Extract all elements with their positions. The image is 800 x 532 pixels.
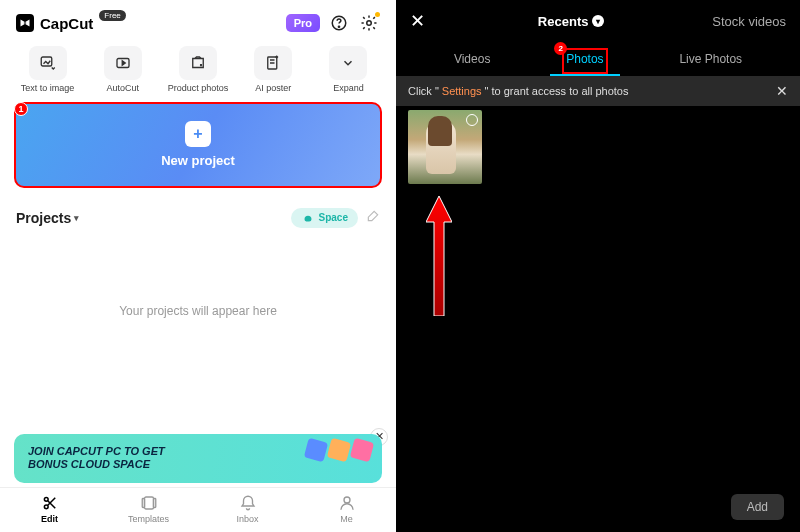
app-name-text: CapCut bbox=[40, 15, 93, 32]
permission-strip[interactable]: Click " Settings " to grant access to al… bbox=[396, 76, 800, 106]
settings-icon[interactable] bbox=[358, 12, 380, 34]
nav-inbox[interactable]: Inbox bbox=[198, 488, 297, 532]
stock-videos-link[interactable]: Stock videos bbox=[712, 14, 786, 29]
caret-down-icon: ▾ bbox=[74, 213, 79, 223]
space-button[interactable]: Space bbox=[291, 208, 358, 228]
nav-edit[interactable]: Edit bbox=[0, 488, 99, 532]
tool-expand[interactable]: Expand bbox=[315, 46, 382, 94]
notification-dot bbox=[375, 12, 380, 17]
tab-photos[interactable]: 2 Photos bbox=[560, 46, 609, 76]
close-icon[interactable]: ✕ bbox=[410, 10, 430, 32]
tool-text-to-image[interactable]: Text to image bbox=[14, 46, 81, 94]
svg-point-7 bbox=[44, 505, 48, 509]
new-project-button[interactable]: 1 + New project bbox=[14, 102, 382, 188]
new-project-wrap: 1 + New project bbox=[0, 100, 396, 198]
free-badge: Free bbox=[99, 10, 125, 21]
tool-product-photos[interactable]: Product photos bbox=[164, 46, 231, 94]
svg-rect-9 bbox=[142, 499, 144, 508]
bottom-nav: Edit Templates Inbox Me bbox=[0, 487, 396, 532]
album-selector[interactable]: Recents ▾ bbox=[538, 14, 605, 29]
callout-badge-1: 1 bbox=[14, 102, 28, 116]
projects-empty-state: Your projects will appear here bbox=[0, 232, 396, 434]
chevron-down-icon bbox=[329, 46, 367, 80]
projects-title[interactable]: Projects ▾ bbox=[16, 210, 283, 226]
tool-ai-poster[interactable]: AI poster bbox=[240, 46, 307, 94]
plus-icon: + bbox=[185, 121, 211, 147]
settings-link[interactable]: Settings bbox=[442, 85, 482, 97]
add-button[interactable]: Add bbox=[731, 494, 784, 520]
tools-row: Text to image AutoCut Product photos AI … bbox=[0, 42, 396, 100]
svg-point-1 bbox=[338, 26, 339, 27]
chevron-down-icon: ▾ bbox=[592, 15, 604, 27]
capcut-logo-icon bbox=[16, 14, 34, 32]
pro-badge-button[interactable]: Pro bbox=[286, 14, 320, 32]
picker-footer: Add bbox=[396, 482, 800, 532]
photo-thumbnail[interactable] bbox=[408, 110, 482, 184]
strip-close-icon[interactable]: ✕ bbox=[776, 83, 788, 99]
new-project-label: New project bbox=[161, 153, 235, 168]
promo-banner[interactable]: JOIN CAPCUT PC TO GET BONUS CLOUD SPACE bbox=[14, 434, 382, 484]
promo-banner-wrap: ✕ JOIN CAPCUT PC TO GET BONUS CLOUD SPAC… bbox=[0, 434, 396, 488]
edit-icon[interactable] bbox=[366, 209, 380, 227]
tab-videos[interactable]: Videos bbox=[448, 46, 496, 76]
svg-rect-10 bbox=[153, 499, 155, 508]
svg-point-2 bbox=[367, 21, 372, 26]
svg-point-6 bbox=[44, 497, 48, 501]
media-type-tabs: Videos 2 Photos Live Photos bbox=[396, 38, 800, 76]
svg-point-11 bbox=[344, 497, 350, 503]
svg-rect-8 bbox=[144, 497, 153, 509]
nav-me[interactable]: Me bbox=[297, 488, 396, 532]
annotation-arrow-icon bbox=[426, 196, 452, 316]
app-logo: CapCut Free bbox=[16, 14, 278, 32]
picker-header: ✕ Recents ▾ Stock videos bbox=[396, 0, 800, 38]
app-main-panel: CapCut Free Pro Text to image AutoCut Pr… bbox=[0, 0, 396, 532]
media-picker-panel: ✕ Recents ▾ Stock videos Videos 2 Photos… bbox=[396, 0, 800, 532]
help-icon[interactable] bbox=[328, 12, 350, 34]
projects-header-row: Projects ▾ Space bbox=[0, 198, 396, 232]
banner-decoration bbox=[306, 440, 372, 460]
selection-ring-icon[interactable] bbox=[466, 114, 478, 126]
tab-live-photos[interactable]: Live Photos bbox=[673, 46, 748, 76]
photo-grid bbox=[396, 106, 800, 482]
app-header: CapCut Free Pro bbox=[0, 0, 396, 42]
tool-autocut[interactable]: AutoCut bbox=[89, 46, 156, 94]
nav-templates[interactable]: Templates bbox=[99, 488, 198, 532]
